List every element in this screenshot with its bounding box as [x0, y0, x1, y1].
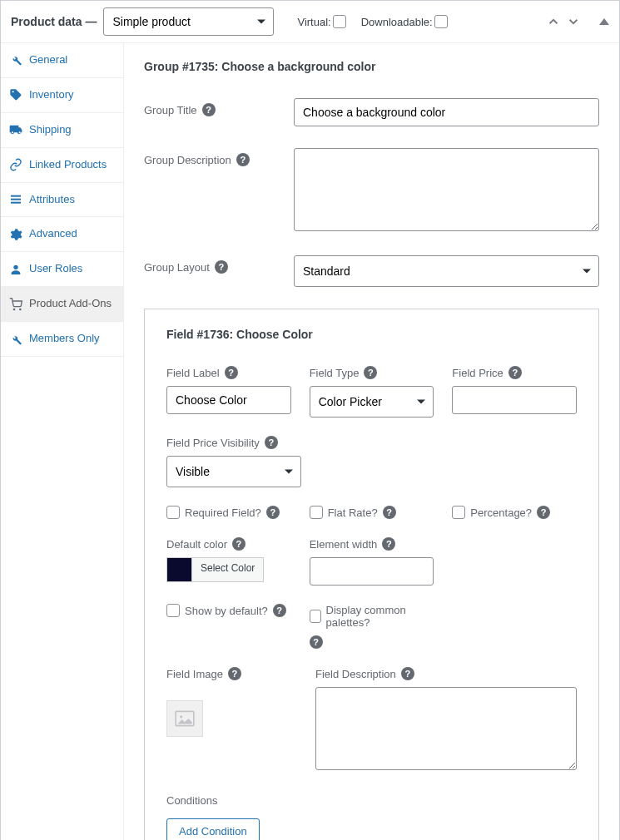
display-palettes-label: Display common palettes?: [326, 604, 434, 629]
panel-title: Product data —: [11, 15, 97, 28]
help-icon[interactable]: ?: [236, 153, 250, 166]
field-desc-label: Field Description ?: [315, 667, 577, 680]
image-placeholder[interactable]: [166, 700, 203, 737]
sidebar-item-shipping[interactable]: Shipping: [1, 113, 123, 148]
add-condition-button[interactable]: Add Condition: [166, 818, 260, 840]
field-type-label: Field Type ?: [310, 366, 434, 379]
list-icon: [9, 193, 22, 206]
required-label: Required Field?: [185, 506, 261, 519]
group-title-label: Group Title ?: [144, 98, 294, 116]
help-icon[interactable]: ?: [310, 635, 323, 649]
sidebar-item-inventory[interactable]: Inventory: [1, 78, 123, 113]
help-icon[interactable]: ?: [225, 366, 238, 379]
group-layout-select[interactable]: Standard: [294, 255, 599, 287]
svg-rect-2: [11, 202, 21, 204]
sidebar-item-members[interactable]: Members Only: [1, 322, 123, 357]
color-swatch[interactable]: [167, 558, 192, 581]
help-icon[interactable]: ?: [382, 537, 395, 551]
help-icon[interactable]: ?: [364, 366, 377, 379]
help-icon[interactable]: ?: [273, 604, 286, 617]
help-icon[interactable]: ?: [265, 436, 278, 449]
sidebar-item-attributes[interactable]: Attributes: [1, 183, 123, 218]
sidebar-item-general[interactable]: General: [1, 43, 123, 78]
downloadable-label: Downloadable:: [361, 15, 448, 28]
select-color-button[interactable]: Select Color: [192, 558, 263, 581]
help-icon[interactable]: ?: [383, 506, 396, 519]
product-type-select[interactable]: Simple product: [103, 7, 274, 36]
element-width-input[interactable]: [310, 557, 434, 586]
move-down-icon[interactable]: [566, 14, 581, 29]
sidebar-item-advanced[interactable]: Advanced: [1, 217, 123, 252]
svg-point-7: [180, 715, 182, 718]
field-image-label: Field Image ?: [166, 667, 297, 680]
price-visibility-select[interactable]: Visible: [166, 456, 301, 487]
group-layout-label: Group Layout ?: [144, 255, 294, 274]
main-content: Group #1735: Choose a background color G…: [124, 43, 619, 840]
help-icon[interactable]: ?: [232, 537, 246, 551]
truck-icon: [9, 123, 22, 136]
wrench-icon: [9, 53, 22, 67]
cart-icon: [9, 298, 22, 311]
percentage-checkbox[interactable]: [452, 506, 465, 519]
conditions-label: Conditions: [166, 794, 577, 807]
help-icon[interactable]: ?: [215, 260, 228, 274]
group-desc-input[interactable]: [294, 148, 599, 231]
svg-rect-0: [11, 195, 21, 197]
help-icon[interactable]: ?: [266, 506, 280, 519]
help-icon[interactable]: ?: [508, 366, 522, 379]
virtual-label: Virtual:: [297, 15, 345, 28]
virtual-checkbox[interactable]: [333, 15, 346, 28]
user-icon: [9, 263, 22, 276]
field-type-select[interactable]: Color Picker: [310, 386, 434, 418]
field-label-input[interactable]: [166, 386, 291, 414]
field-box: Field #1736: Choose Color Field Label ? …: [144, 309, 599, 840]
help-icon[interactable]: ?: [202, 103, 216, 116]
field-heading: Field #1736: Choose Color: [166, 328, 577, 341]
tag-icon: [9, 88, 22, 101]
show-default-label: Show by default?: [185, 605, 268, 617]
field-price-label: Field Price ?: [452, 366, 577, 379]
help-icon[interactable]: ?: [537, 506, 550, 519]
display-palettes-checkbox[interactable]: [310, 610, 321, 623]
group-heading: Group #1735: Choose a background color: [144, 60, 599, 73]
gear-icon: [9, 228, 22, 241]
sidebar: General Inventory Shipping Linked Produc…: [1, 43, 124, 840]
svg-point-5: [20, 309, 21, 309]
percentage-label: Percentage?: [470, 506, 532, 519]
required-checkbox[interactable]: [166, 506, 180, 519]
svg-rect-1: [11, 199, 21, 200]
help-icon[interactable]: ?: [401, 667, 414, 680]
show-default-checkbox[interactable]: [166, 604, 180, 617]
price-visibility-label: Field Price Visibility ?: [166, 436, 577, 449]
svg-point-3: [13, 264, 17, 269]
svg-point-4: [13, 309, 14, 309]
panel-header: Product data — Simple product Virtual: D…: [1, 1, 619, 43]
field-price-input[interactable]: [452, 386, 577, 414]
default-color-label: Default color ?: [166, 537, 291, 551]
group-desc-label: Group Description ?: [144, 148, 294, 166]
field-desc-input[interactable]: [315, 687, 577, 770]
flat-rate-label: Flat Rate?: [328, 506, 378, 519]
field-label-label: Field Label ?: [166, 366, 291, 379]
wrench-icon: [9, 333, 22, 346]
downloadable-checkbox[interactable]: [434, 15, 448, 28]
sidebar-item-addons[interactable]: Product Add-Ons: [1, 287, 123, 322]
help-icon[interactable]: ?: [228, 667, 241, 680]
move-up-icon[interactable]: [546, 14, 561, 29]
link-icon: [9, 158, 22, 171]
element-width-label: Element width ?: [310, 537, 434, 551]
collapse-icon[interactable]: [599, 18, 609, 25]
sidebar-item-user-roles[interactable]: User Roles: [1, 252, 123, 287]
flat-rate-checkbox[interactable]: [310, 506, 323, 519]
sidebar-item-linked[interactable]: Linked Products: [1, 148, 123, 183]
group-title-input[interactable]: [294, 98, 599, 126]
